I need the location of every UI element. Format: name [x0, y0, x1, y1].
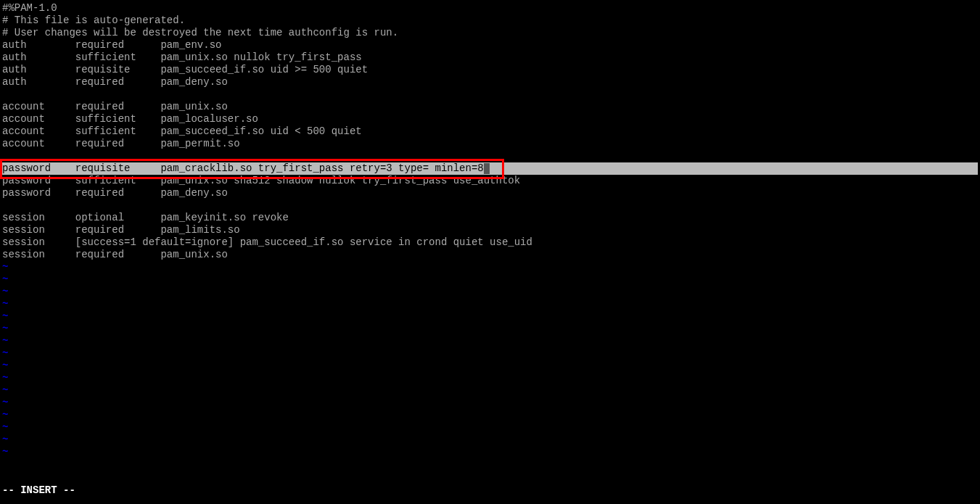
config-line: #%PAM-1.0 [2, 2, 978, 15]
empty-line-tilde: ~ [2, 347, 978, 360]
config-line: session required pam_limits.so [2, 224, 978, 236]
config-line [2, 199, 978, 212]
empty-line-tilde: ~ [2, 310, 978, 323]
empty-line-tilde: ~ [2, 298, 978, 310]
config-line: account sufficient pam_localuser.so [2, 113, 978, 125]
config-line: auth required pam_deny.so [2, 76, 978, 88]
config-line: auth sufficient pam_unix.so nullok try_f… [2, 51, 978, 64]
config-line [2, 88, 978, 101]
empty-line-tilde: ~ [2, 335, 978, 347]
config-line: # This file is auto-generated. [2, 15, 978, 27]
empty-line-tilde: ~ [2, 372, 978, 384]
vim-status-line: -- INSERT -- [2, 484, 75, 497]
config-line: session optional pam_keyinit.so revoke [2, 212, 978, 224]
empty-line-tilde: ~ [2, 446, 978, 458]
config-line [2, 150, 978, 162]
config-line: account required pam_unix.so [2, 101, 978, 113]
empty-line-tilde: ~ [2, 286, 978, 298]
config-line: password sufficient pam_unix.so sha512 s… [2, 175, 978, 187]
empty-lines: ~~~~~~~~~~~~~~~~ [2, 261, 978, 458]
empty-line-tilde: ~ [2, 261, 978, 273]
empty-line-tilde: ~ [2, 273, 978, 286]
file-content-after: password sufficient pam_unix.so sha512 s… [2, 175, 978, 261]
config-line: password required pam_deny.so [2, 187, 978, 199]
file-content-before: #%PAM-1.0# This file is auto-generated.#… [2, 2, 978, 162]
cursor [484, 163, 490, 174]
config-line: account sufficient pam_succeed_if.so uid… [2, 125, 978, 138]
empty-line-tilde: ~ [2, 384, 978, 397]
empty-line-tilde: ~ [2, 421, 978, 434]
empty-line-tilde: ~ [2, 397, 978, 409]
config-line: # User changes will be destroyed the nex… [2, 27, 978, 39]
config-line: auth required pam_env.so [2, 39, 978, 51]
highlighted-password-line: password requisite pam_cracklib.so try_f… [2, 162, 978, 175]
empty-line-tilde: ~ [2, 323, 978, 335]
empty-line-tilde: ~ [2, 409, 978, 421]
config-line: session required pam_unix.so [2, 249, 978, 261]
terminal-editor[interactable]: #%PAM-1.0# This file is auto-generated.#… [0, 0, 980, 504]
highlighted-text: password requisite pam_cracklib.so try_f… [2, 162, 484, 174]
config-line: session [success=1 default=ignore] pam_s… [2, 236, 978, 249]
config-line: auth requisite pam_succeed_if.so uid >= … [2, 64, 978, 76]
empty-line-tilde: ~ [2, 360, 978, 372]
config-line: account required pam_permit.so [2, 138, 978, 150]
empty-line-tilde: ~ [2, 434, 978, 446]
